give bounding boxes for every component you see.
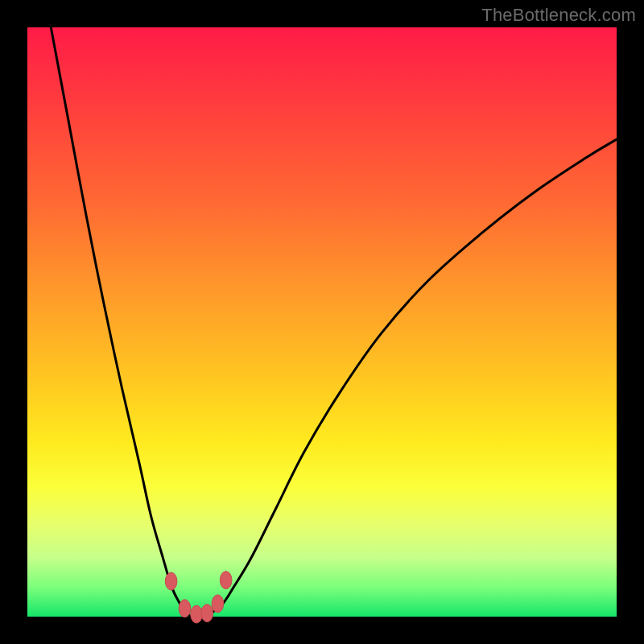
curve-left-branch — [51, 27, 192, 617]
trough-marker — [201, 605, 213, 622]
bottleneck-curve — [27, 27, 617, 617]
watermark-text: TheBottleneck.com — [481, 5, 636, 26]
plot-area — [27, 27, 617, 617]
trough-marker — [191, 605, 203, 623]
curve-right-branch — [204, 139, 617, 617]
trough-marker — [179, 600, 191, 617]
chart-frame: TheBottleneck.com — [0, 0, 644, 644]
trough-marker — [212, 595, 224, 613]
trough-marker — [220, 572, 232, 589]
trough-marker — [165, 572, 177, 590]
